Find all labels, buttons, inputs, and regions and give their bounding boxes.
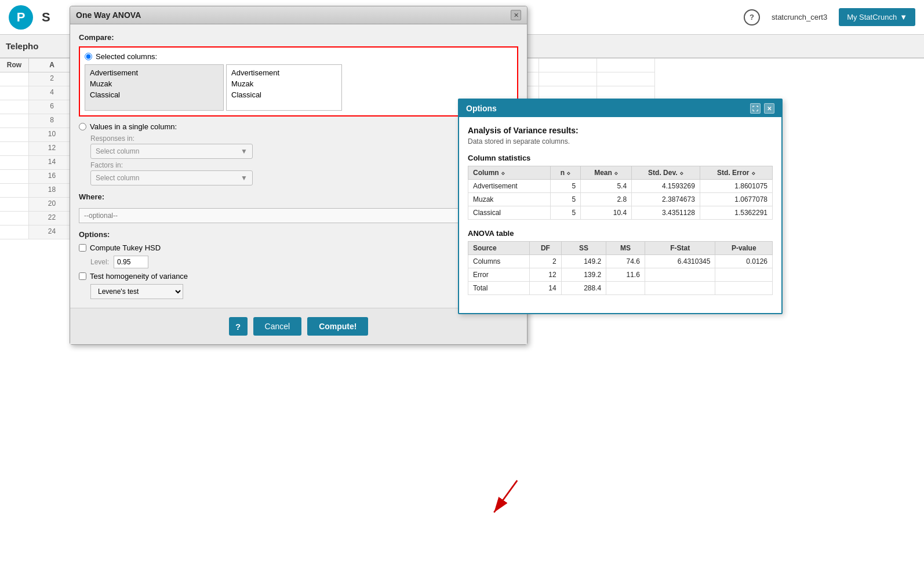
anova-header-df: DF (530, 242, 561, 255)
row-num-22: 22 (29, 212, 75, 225)
anova-df: 2 (530, 255, 561, 268)
col-stat-mean: 5.4 (581, 180, 632, 193)
homogeneity-checkbox[interactable] (79, 272, 86, 280)
anova-source: Error (468, 268, 530, 282)
row-num-4: 4 (29, 86, 75, 100)
col-muzak-left[interactable]: Muzak (88, 78, 221, 89)
where-input[interactable] (79, 208, 518, 223)
anova-header-pvalue: P-value (715, 242, 773, 255)
col-stat-stderr: 1.0677078 (700, 193, 772, 206)
anova-header-ss: SS (561, 242, 606, 255)
col-stats-row: Classical 5 10.4 3.4351128 1.5362291 (468, 206, 773, 220)
anova-df: 14 (530, 282, 561, 295)
anova-ms: 11.6 (606, 268, 645, 282)
levene-test-select[interactable]: Levene's test (90, 284, 183, 299)
homogeneity-row: Test homogeneity of variance (79, 272, 518, 281)
col-stat-stddev: 2.3874673 (632, 193, 700, 206)
options-label: Options: (79, 230, 518, 239)
anova-ss: 288.4 (561, 282, 606, 295)
selected-columns-section: Selected columns: Advertisement Muzak Cl… (79, 46, 518, 117)
row-num-2: 2 (29, 72, 75, 86)
column-stats-title: Column statistics (468, 154, 773, 162)
anova-df: 12 (530, 268, 561, 282)
level-input[interactable] (114, 256, 148, 268)
anova-row: Total 14 288.4 (468, 282, 773, 295)
cell-1-v4[interactable] (0, 72, 29, 86)
homogeneity-label: Test homogeneity of variance (90, 272, 188, 281)
result-sub: Data stored in separate columns. (468, 137, 773, 145)
cell-1-v2[interactable] (539, 59, 597, 72)
dialog-cancel-button[interactable]: Cancel (253, 317, 302, 336)
anova-row: Error 12 139.2 11.6 (468, 268, 773, 282)
where-label: Where: (79, 192, 518, 201)
factors-in-label: Factors in: (90, 161, 518, 169)
col-header-mean: Mean ⬦ (581, 166, 632, 180)
options-panel-header: Options ⛶ ✕ (459, 100, 781, 117)
anova-fstat (645, 268, 715, 282)
anova-pvalue (715, 268, 773, 282)
anova-fstat: 6.4310345 (645, 255, 715, 268)
col-stat-mean: 10.4 (581, 206, 632, 220)
col-muzak-right[interactable]: Muzak (229, 78, 339, 89)
col-classical-right[interactable]: Classical (229, 89, 339, 100)
tukey-hsd-label: Compute Tukey HSD (90, 243, 161, 252)
panel-expand-button[interactable]: ⛶ (750, 103, 761, 114)
anova-source: Columns (468, 255, 530, 268)
col-stat-name: Advertisement (468, 180, 551, 193)
col-stat-n: 5 (550, 206, 580, 220)
row-num-8: 8 (29, 114, 75, 128)
tukey-hsd-checkbox[interactable] (79, 244, 86, 252)
col-header-stddev: Std. Dev. ⬦ (632, 166, 700, 180)
options-results-panel: Options ⛶ ✕ Analysis of Variance results… (458, 99, 783, 314)
row-num-14: 14 (29, 156, 75, 170)
row-num-20: 20 (29, 198, 75, 212)
options-section: Options: Compute Tukey HSD Level: Test h… (79, 230, 518, 299)
col-advertisement-right[interactable]: Advertisement (229, 67, 339, 78)
single-column-label: Values in a single column: (90, 122, 177, 131)
anova-header-fstat: F-Stat (645, 242, 715, 255)
result-heading: Analysis of Variance results: (468, 126, 773, 135)
col-stat-stddev: 4.1593269 (632, 180, 700, 193)
my-statcrunch-button[interactable]: My StatCrunch ▼ (839, 8, 915, 26)
anova-fstat (645, 282, 715, 295)
row-num-12: 12 (29, 142, 75, 156)
dialog-compute-button[interactable]: Compute! (307, 317, 368, 336)
anova-dialog-close-button[interactable]: ✕ (511, 10, 521, 20)
help-icon[interactable]: ? (744, 9, 760, 26)
tukey-hsd-row: Compute Tukey HSD (79, 243, 518, 252)
single-column-radio-option: Values in a single column: (79, 122, 518, 131)
compare-label: Compare: (79, 33, 518, 42)
anova-pvalue: 0.0126 (715, 255, 773, 268)
row-num-6: 6 (29, 100, 75, 114)
single-column-radio[interactable] (79, 123, 86, 130)
dialog-help-button[interactable]: ? (229, 317, 248, 336)
cell-1-v3[interactable] (597, 59, 655, 72)
col-stat-name: Muzak (468, 193, 551, 206)
col-header-n: n ⬦ (550, 166, 580, 180)
available-columns-list[interactable]: Advertisement Muzak Classical (85, 64, 224, 111)
row-num-16: 16 (29, 170, 75, 184)
responses-dropdown[interactable]: Select column ▼ (90, 144, 253, 159)
col-classical-left[interactable]: Classical (88, 89, 221, 100)
col-stats-row: Muzak 5 2.8 2.3874673 1.0677078 (468, 193, 773, 206)
row-num-24: 24 (29, 225, 75, 239)
level-row: Level: (90, 256, 518, 268)
col-stat-n: 5 (550, 180, 580, 193)
anova-pvalue (715, 282, 773, 295)
anova-header-ms: MS (606, 242, 645, 255)
column-lists: Advertisement Muzak Classical Advertisem… (85, 64, 512, 111)
selected-columns-list[interactable]: Advertisement Muzak Classical (226, 64, 342, 111)
col-stat-stderr: 1.5362291 (700, 206, 772, 220)
selected-columns-radio[interactable] (85, 53, 92, 60)
pearson-logo: P (9, 5, 33, 30)
top-right-controls: ? statcrunch_cert3 My StatCrunch ▼ (744, 8, 915, 26)
anova-table-title: ANOVA table (468, 229, 773, 238)
panel-close-button[interactable]: ✕ (764, 103, 774, 114)
col-stat-name: Classical (468, 206, 551, 220)
col-stat-stderr: 1.8601075 (700, 180, 772, 193)
col-advertisement-left[interactable]: Advertisement (88, 67, 221, 78)
anova-source: Total (468, 282, 530, 295)
selected-columns-radio-option: Selected columns: (85, 52, 512, 61)
anova-table: Source DF SS MS F-Stat P-value Columns 2… (468, 241, 773, 295)
factors-dropdown[interactable]: Select column ▼ (90, 170, 253, 185)
